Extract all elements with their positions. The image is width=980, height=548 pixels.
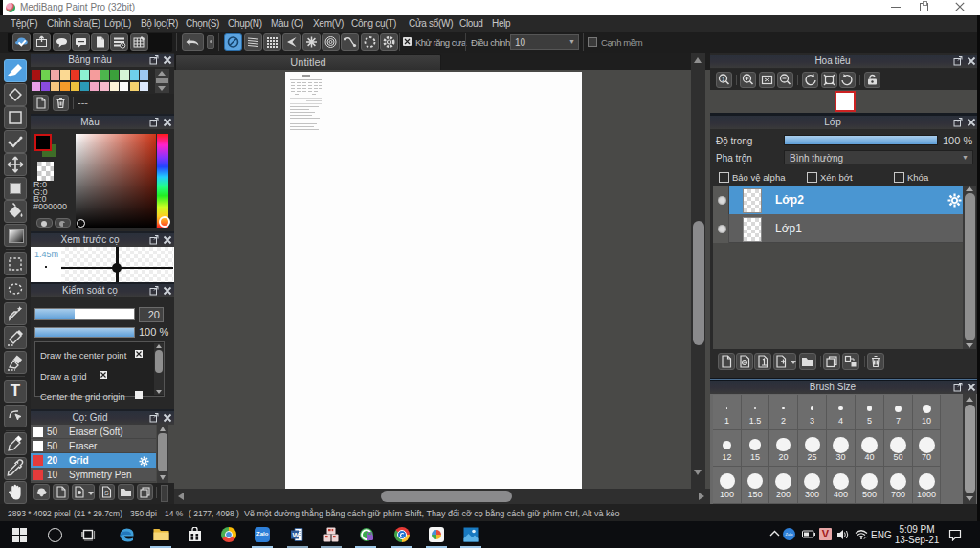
svg-text:S: S [104, 490, 109, 496]
svg-text:1: 1 [722, 77, 725, 82]
svg-text:W: W [293, 531, 301, 539]
